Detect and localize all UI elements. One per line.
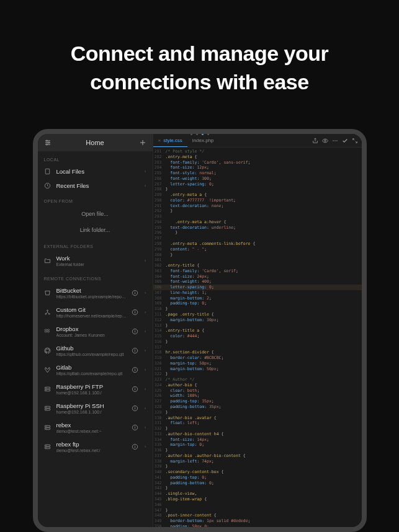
preview-icon[interactable]	[322, 138, 328, 144]
info-icon[interactable]	[132, 328, 138, 335]
sidebar-item-subtitle: https://gitlab.com/example/repo.git	[56, 371, 127, 376]
server-icon	[44, 405, 52, 412]
code-line: 313}	[153, 323, 362, 329]
code-line: 303 font-family: 'Cardo', serif;	[153, 268, 362, 274]
code-pane[interactable]: 281/* Post style */282.entry-meta {283 f…	[153, 148, 362, 527]
tab-label: style.css	[163, 138, 182, 143]
line-number: 326	[153, 393, 166, 399]
line-number: 336	[153, 448, 166, 453]
sidebar-item-subtitle: home@192.168.1.100:/	[56, 391, 127, 395]
code-line: 333.author-bio-content h4 {	[153, 432, 362, 437]
line-number: 290	[153, 198, 166, 203]
chevron-right-icon: ›	[145, 348, 146, 353]
code-line: 295 text-decoration: underline;	[153, 225, 362, 231]
code-line: 293	[153, 214, 362, 219]
line-number: 303	[153, 268, 166, 274]
code-line: 283 font-family: 'Cardo', sans-serif;	[153, 160, 362, 166]
server-icon	[44, 386, 52, 392]
code-line: 289 .entry-meta a {	[153, 192, 362, 198]
line-number: 344	[153, 491, 166, 497]
info-icon[interactable]	[132, 424, 138, 431]
sidebar-item[interactable]: Githubhttps://github.com/example/repo.gi…	[38, 341, 153, 360]
code-line: 281/* Post style */	[153, 149, 362, 154]
sidebar-item[interactable]: Custom Githttp://homeserver.net/example/…	[38, 303, 153, 322]
add-icon[interactable]	[139, 139, 146, 146]
line-number: 315	[153, 334, 166, 339]
svg-point-3	[46, 140, 47, 141]
line-number: 306	[153, 285, 166, 290]
info-icon[interactable]	[132, 386, 138, 392]
sidebar-item[interactable]: Raspberry Pi SSHhome@192.168.1.100:/›	[38, 399, 153, 418]
info-icon[interactable]	[132, 405, 138, 412]
code-line: 348.post-inner-content {	[153, 513, 362, 518]
code-line: 310}	[153, 306, 362, 312]
code-line: 299 content: " - ";	[153, 247, 362, 252]
line-number: 287	[153, 182, 166, 187]
info-icon[interactable]	[132, 443, 138, 450]
sidebar-item-title: rebex ftp	[56, 441, 127, 448]
sidebar-item[interactable]: BitBuckethttps://bitbucket.org/example/r…	[38, 283, 153, 303]
code-line: 306 letter-spacing: 0;	[153, 285, 362, 290]
sidebar-item[interactable]: rebexdemo@test.rebex.net:~›	[38, 418, 153, 437]
sidebar-item[interactable]: Raspberry Pi FTPhome@192.168.1.100:/›	[38, 379, 153, 399]
share-icon[interactable]	[312, 138, 318, 144]
code-line: 346	[153, 502, 362, 508]
line-number: 331	[153, 420, 166, 426]
info-icon[interactable]	[132, 347, 138, 354]
sidebar-item-title: rebex	[56, 422, 127, 428]
svg-point-56	[324, 140, 326, 141]
line-number: 323	[153, 377, 166, 383]
chevron-right-icon: ›	[145, 290, 146, 296]
line-number: 312	[153, 317, 166, 323]
settings-icon[interactable]	[44, 139, 52, 146]
line-number: 342	[153, 481, 166, 486]
info-icon[interactable]	[132, 290, 138, 296]
fullscreen-icon[interactable]	[352, 138, 358, 144]
line-number: 327	[153, 399, 166, 404]
code-line: 339}	[153, 464, 362, 469]
code-line: 329}	[153, 410, 362, 415]
sidebar-item[interactable]: Local Files›	[38, 164, 153, 179]
sidebar-item[interactable]: Recent Files›	[38, 179, 153, 193]
sidebar-item-subtitle: External folder	[56, 262, 140, 267]
code-line: 319 border-color: #BCBCBC;	[153, 355, 362, 361]
sidebar-item-subtitle: Account: James Kuronen	[56, 333, 127, 337]
sidebar-item[interactable]: DropboxAccount: James Kuronen›	[38, 322, 153, 341]
line-number: 324	[153, 383, 166, 388]
tab[interactable]: index.php	[187, 134, 219, 147]
more-icon[interactable]	[332, 138, 338, 144]
line-number: 349	[153, 518, 166, 524]
code-line: 323/* Author */	[153, 377, 362, 383]
line-number: 299	[153, 247, 166, 252]
info-icon[interactable]	[132, 309, 138, 316]
line-number: 343	[153, 485, 166, 491]
code-line: 324.author-bio {	[153, 383, 362, 388]
code-line: 314.entry-title a {	[153, 328, 362, 334]
open-link[interactable]: Link folder...	[38, 222, 153, 238]
line-number: 348	[153, 513, 166, 518]
tab[interactable]: ×style.css	[153, 134, 187, 147]
code-line: 311.page .entry-title {	[153, 312, 362, 317]
code-line: 301	[153, 257, 362, 263]
sidebar-item[interactable]: WorkExternal folder›	[38, 251, 153, 270]
sidebar-item-subtitle: http://homeserver.net/example/repo.git	[56, 314, 127, 318]
line-number: 304	[153, 274, 166, 280]
chevron-right-icon: ›	[145, 258, 146, 264]
close-icon[interactable]: ×	[158, 138, 161, 143]
code-line: 344.single-view,	[153, 491, 362, 497]
open-link[interactable]: Open file...	[38, 206, 153, 222]
gitlab-icon	[44, 366, 52, 373]
code-line: 334 font-size: 14px;	[153, 437, 362, 443]
chevron-right-icon: ›	[145, 329, 146, 334]
line-number: 316	[153, 339, 166, 345]
sidebar-item[interactable]: Gitlabhttps://gitlab.com/example/repo.gi…	[38, 360, 153, 379]
tab-bar: ×style.cssindex.php	[153, 134, 362, 148]
sidebar-item[interactable]: rebex ftpdemo@test.rebex.net:/›	[38, 437, 153, 456]
line-number: 307	[153, 290, 166, 296]
chevron-right-icon: ›	[145, 444, 146, 450]
check-icon[interactable]	[342, 138, 348, 144]
line-number: 286	[153, 176, 166, 182]
line-number: 283	[153, 160, 166, 166]
info-icon[interactable]	[132, 366, 138, 373]
code-line: 336}	[153, 448, 362, 453]
